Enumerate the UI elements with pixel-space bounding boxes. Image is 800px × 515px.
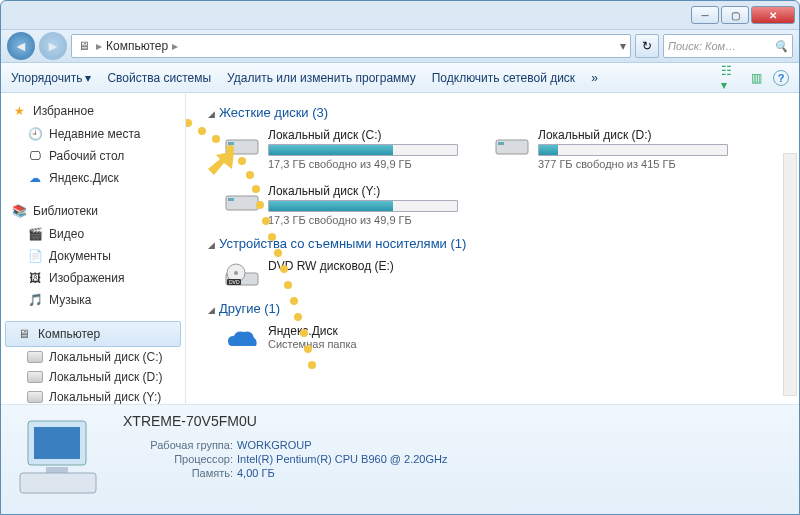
- drive-free: 377 ГБ свободно из 415 ГБ: [538, 158, 736, 170]
- recent-icon: 🕘: [27, 126, 43, 142]
- address-dropdown-icon[interactable]: ▾: [620, 39, 626, 53]
- group-other[interactable]: ◢Другие (1): [196, 295, 789, 320]
- svg-point-14: [186, 119, 192, 127]
- collapse-icon: ◢: [208, 109, 215, 119]
- drive-yadisk[interactable]: Яндекс.Диск Системная папка: [220, 320, 470, 360]
- picture-icon: 🖼: [27, 270, 43, 286]
- toolbar-overflow[interactable]: »: [591, 71, 598, 85]
- star-icon: ★: [11, 103, 27, 119]
- maximize-button[interactable]: ▢: [721, 6, 749, 24]
- sidebar-item-desktop[interactable]: 🖵Рабочий стол: [1, 145, 185, 167]
- svg-point-31: [308, 361, 316, 369]
- library-icon: 📚: [11, 203, 27, 219]
- computer-icon: 🖥: [76, 38, 92, 54]
- hdd-icon: [224, 184, 260, 216]
- computer-header[interactable]: 🖥Компьютер: [5, 321, 181, 347]
- drive-sub: Системная папка: [268, 338, 466, 350]
- titlebar: ─ ▢ ✕: [1, 1, 799, 29]
- preview-pane-icon[interactable]: ▥: [747, 69, 765, 87]
- system-properties-button[interactable]: Свойства системы: [107, 71, 211, 85]
- hdd-icon: [224, 128, 260, 160]
- drive-y[interactable]: Локальный диск (Y:) 17,3 ГБ свободно из …: [220, 180, 470, 230]
- drive-name: Локальный диск (C:): [268, 128, 466, 142]
- details-pane: XTREME-70V5FM0U Рабочая группа:WORKGROUP…: [1, 404, 799, 514]
- computer-large-icon: [13, 413, 109, 503]
- body: ★Избранное 🕘Недавние места 🖵Рабочий стол…: [1, 93, 799, 404]
- sidebar-item-documents[interactable]: 📄Документы: [1, 245, 185, 267]
- svg-rect-5: [228, 198, 234, 201]
- breadcrumb-root[interactable]: Компьютер: [106, 39, 168, 53]
- drive-dvd[interactable]: DVD DVD RW дисковод (E:): [220, 255, 470, 295]
- dvd-icon: DVD: [224, 259, 260, 291]
- search-box[interactable]: Поиск: Ком… 🔍: [663, 34, 793, 58]
- details-val: Intel(R) Pentium(R) CPU B960 @ 2.20GHz: [237, 453, 447, 465]
- breadcrumb-sep: ▸: [96, 39, 102, 53]
- details-key: Процессор:: [123, 453, 233, 465]
- svg-text:DVD: DVD: [229, 279, 240, 285]
- details-key: Память:: [123, 467, 233, 479]
- favorites-header[interactable]: ★Избранное: [1, 99, 185, 123]
- sidebar-item-drive-d[interactable]: Локальный диск (D:): [1, 367, 185, 387]
- sidebar-item-recent[interactable]: 🕘Недавние места: [1, 123, 185, 145]
- cloud-icon: ☁: [27, 170, 43, 186]
- desktop-icon: 🖵: [27, 148, 43, 164]
- collapse-icon: ◢: [208, 240, 215, 250]
- drive-d[interactable]: Локальный диск (D:) 377 ГБ свободно из 4…: [490, 124, 740, 174]
- drive-icon: [27, 391, 43, 403]
- details-computer-name: XTREME-70V5FM0U: [123, 413, 447, 429]
- help-icon[interactable]: ?: [773, 70, 789, 86]
- svg-rect-33: [34, 427, 80, 459]
- close-button[interactable]: ✕: [751, 6, 795, 24]
- capacity-bar: [268, 200, 458, 212]
- details-key: Рабочая группа:: [123, 439, 233, 451]
- details-val: WORKGROUP: [237, 439, 312, 451]
- forward-button[interactable]: ►: [39, 32, 67, 60]
- nav-sidebar: ★Избранное 🕘Недавние места 🖵Рабочий стол…: [1, 93, 186, 404]
- capacity-bar: [538, 144, 728, 156]
- svg-point-8: [234, 271, 238, 275]
- drive-name: Локальный диск (Y:): [268, 184, 466, 198]
- organize-menu[interactable]: Упорядочить ▾: [11, 71, 91, 85]
- drive-free: 17,3 ГБ свободно из 49,9 ГБ: [268, 158, 466, 170]
- sidebar-item-drive-c[interactable]: Локальный диск (C:): [1, 347, 185, 367]
- details-val: 4,00 ГБ: [237, 467, 275, 479]
- minimize-button[interactable]: ─: [691, 6, 719, 24]
- sidebar-item-music[interactable]: 🎵Музыка: [1, 289, 185, 311]
- computer-icon: 🖥: [16, 326, 32, 342]
- collapse-icon: ◢: [208, 305, 215, 315]
- explorer-window: ─ ▢ ✕ ◄ ► 🖥 ▸ Компьютер ▸ ▾ ↻ Поиск: Ком…: [0, 0, 800, 515]
- sidebar-item-drive-y[interactable]: Локальный диск (Y:): [1, 387, 185, 404]
- chevron-down-icon: ▾: [85, 71, 91, 85]
- search-icon: 🔍: [774, 40, 788, 53]
- back-button[interactable]: ◄: [7, 32, 35, 60]
- view-options-icon[interactable]: ☷ ▾: [721, 69, 739, 87]
- svg-rect-34: [46, 467, 68, 473]
- sidebar-item-pictures[interactable]: 🖼Изображения: [1, 267, 185, 289]
- sidebar-item-yadisk[interactable]: ☁Яндекс.Диск: [1, 167, 185, 189]
- address-bar[interactable]: 🖥 ▸ Компьютер ▸ ▾: [71, 34, 631, 58]
- content-pane: ◢Жесткие диски (3) Локальный диск (C:) 1…: [186, 93, 799, 404]
- breadcrumb-sep: ▸: [172, 39, 178, 53]
- libraries-header[interactable]: 📚Библиотеки: [1, 199, 185, 223]
- refresh-button[interactable]: ↻: [635, 34, 659, 58]
- sidebar-item-video[interactable]: 🎬Видео: [1, 223, 185, 245]
- capacity-bar: [268, 144, 458, 156]
- svg-rect-3: [498, 142, 504, 145]
- yadisk-icon: [224, 324, 260, 356]
- toolbar: Упорядочить ▾ Свойства системы Удалить и…: [1, 63, 799, 93]
- svg-rect-35: [20, 473, 96, 493]
- drive-icon: [27, 371, 43, 383]
- scrollbar[interactable]: [783, 153, 797, 396]
- group-hdd[interactable]: ◢Жесткие диски (3): [196, 99, 789, 124]
- drive-icon: [27, 351, 43, 363]
- drive-name: Локальный диск (D:): [538, 128, 736, 142]
- drive-name: DVD RW дисковод (E:): [268, 259, 466, 273]
- navbar: ◄ ► 🖥 ▸ Компьютер ▸ ▾ ↻ Поиск: Ком… 🔍: [1, 29, 799, 63]
- music-icon: 🎵: [27, 292, 43, 308]
- hdd-icon: [494, 128, 530, 160]
- video-icon: 🎬: [27, 226, 43, 242]
- drive-c[interactable]: Локальный диск (C:) 17,3 ГБ свободно из …: [220, 124, 470, 174]
- map-drive-button[interactable]: Подключить сетевой диск: [432, 71, 575, 85]
- group-removable[interactable]: ◢Устройства со съемными носителями (1): [196, 230, 789, 255]
- uninstall-programs-button[interactable]: Удалить или изменить программу: [227, 71, 416, 85]
